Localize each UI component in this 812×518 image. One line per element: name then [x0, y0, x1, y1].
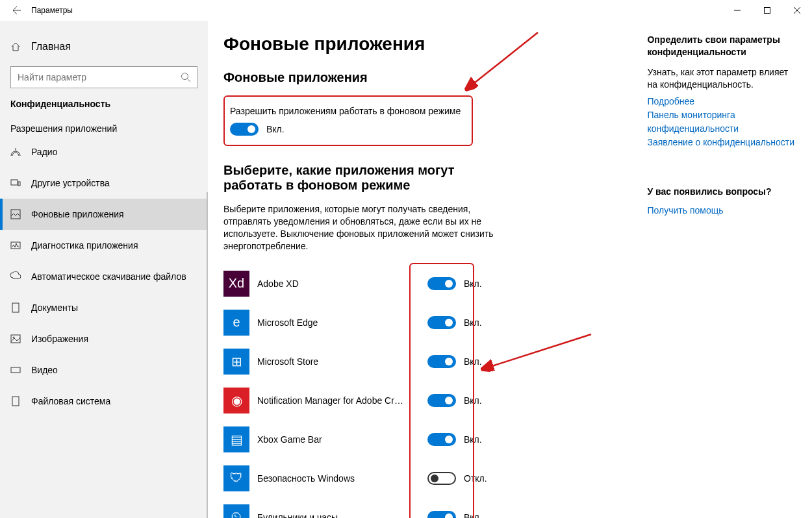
- app-toggle-state: Вкл.: [464, 317, 482, 328]
- svg-rect-6: [12, 303, 19, 312]
- devices-icon: [10, 178, 21, 188]
- app-icon: e: [223, 310, 249, 336]
- sidebar-item-file[interactable]: Файловая система: [0, 386, 208, 417]
- section-heading-2: Выберите, какие приложения могут работат…: [223, 163, 509, 193]
- page-title: Фоновые приложения: [223, 34, 615, 55]
- svg-line-11: [468, 32, 538, 88]
- radio-icon: [10, 147, 21, 157]
- app-name: Microsoft Store: [257, 356, 407, 367]
- svg-rect-2: [11, 180, 18, 185]
- scrollbar[interactable]: [207, 192, 208, 518]
- sidebar: Главная Конфиденциальность Разрешения пр…: [0, 21, 208, 518]
- sidebar-item-image[interactable]: Изображения: [0, 323, 208, 354]
- sidebar-item-label: Фоновые приложения: [31, 209, 124, 219]
- side-link-more[interactable]: Подробнее: [647, 95, 796, 108]
- download-icon: [10, 271, 21, 282]
- master-toggle-state: Вкл.: [266, 124, 285, 134]
- content: Фоновые приложения Фоновые приложения Ра…: [208, 21, 812, 518]
- sidebar-section: Конфиденциальность: [0, 99, 208, 109]
- app-list: XdAdobe XDВкл.eMicrosoft EdgeВкл.⊞Micros…: [223, 264, 615, 518]
- svg-point-1: [182, 73, 188, 80]
- app-toggle[interactable]: [427, 394, 456, 407]
- master-toggle-label: Разрешить приложениям работать в фоновом…: [230, 106, 466, 116]
- app-icon: Xd: [223, 271, 249, 297]
- minimize-button[interactable]: [722, 0, 752, 21]
- background-icon: [10, 209, 21, 219]
- document-icon: [10, 302, 21, 313]
- app-toggle-state: Вкл.: [464, 512, 482, 518]
- sidebar-item-label: Другие устройства: [31, 178, 110, 188]
- app-icon: 🛡: [223, 465, 249, 491]
- main-panel: Фоновые приложения Фоновые приложения Ра…: [223, 34, 615, 505]
- svg-line-12: [484, 334, 591, 369]
- svg-rect-4: [11, 210, 20, 219]
- app-toggle[interactable]: [427, 433, 456, 446]
- app-row: 🛡Безопасность WindowsОткл.: [223, 459, 615, 498]
- app-name: Будильники и часы: [257, 512, 407, 518]
- sidebar-item-label: Автоматическое скачивание файлов: [31, 271, 186, 282]
- search-box[interactable]: [10, 66, 197, 88]
- maximize-button[interactable]: [752, 0, 782, 21]
- video-icon: [10, 365, 21, 375]
- app-icon: ◉: [223, 388, 249, 413]
- app-toggle-state: Откл.: [464, 473, 487, 484]
- minimize-icon: [734, 7, 741, 14]
- app-row: ◉Notification Manager for Adobe Cre…Вкл.: [223, 381, 615, 420]
- annotation-arrow-1: [461, 30, 546, 95]
- sidebar-item-diagnostics[interactable]: Диагностика приложения: [0, 230, 208, 261]
- svg-rect-9: [11, 367, 20, 373]
- sidebar-item-download[interactable]: Автоматическое скачивание файлов: [0, 261, 208, 292]
- close-icon: [794, 7, 800, 14]
- sidebar-item-video[interactable]: Видео: [0, 354, 208, 386]
- app-icon: ▤: [223, 426, 249, 452]
- app-icon: ⏲: [223, 504, 249, 518]
- maximize-icon: [764, 7, 770, 14]
- app-name: Notification Manager for Adobe Cre…: [257, 395, 407, 406]
- side-panel: Определить свои параметры конфиденциальн…: [647, 34, 796, 505]
- home-icon: [10, 42, 21, 52]
- back-button[interactable]: [0, 5, 31, 16]
- master-toggle[interactable]: [230, 123, 259, 136]
- sidebar-item-devices[interactable]: Другие устройства: [0, 167, 208, 199]
- search-input[interactable]: [10, 66, 197, 88]
- app-toggle-state: Вкл.: [464, 434, 482, 445]
- app-toggle[interactable]: [427, 316, 456, 329]
- app-row: XdAdobe XDВкл.: [223, 264, 615, 303]
- arrow-left-icon: [10, 5, 21, 16]
- sidebar-item-radio[interactable]: Радио: [0, 136, 208, 167]
- sidebar-item-label: Файловая система: [31, 396, 110, 406]
- file-icon: [10, 396, 21, 406]
- window-title: Параметры: [31, 6, 722, 15]
- sidebar-item-label: Изображения: [31, 334, 88, 344]
- master-toggle-group: Разрешить приложениям работать в фоновом…: [223, 95, 473, 146]
- sidebar-item-background[interactable]: Фоновые приложения: [0, 199, 208, 230]
- sidebar-item-label: Видео: [31, 365, 58, 375]
- sidebar-item-label: Диагностика приложения: [31, 240, 138, 251]
- sidebar-item-label: Документы: [31, 302, 78, 313]
- svg-rect-3: [18, 182, 20, 186]
- svg-rect-0: [765, 8, 770, 14]
- app-toggle[interactable]: [427, 511, 456, 518]
- app-toggle[interactable]: [427, 277, 456, 290]
- side-link-statement[interactable]: Заявление о конфиденциальности: [647, 136, 796, 149]
- diagnostics-icon: [10, 240, 21, 251]
- app-toggle[interactable]: [427, 355, 456, 368]
- app-name: Xbox Game Bar: [257, 434, 407, 445]
- image-icon: [10, 334, 21, 344]
- sidebar-nav: РадиоДругие устройстваФоновые приложения…: [0, 136, 208, 417]
- side-link-dashboard[interactable]: Панель мониторинга конфиденциальности: [647, 108, 796, 136]
- sidebar-home-label: Главная: [31, 41, 71, 53]
- app-toggle-state: Вкл.: [464, 278, 482, 289]
- sidebar-home[interactable]: Главная: [0, 34, 208, 60]
- side-questions-heading: У вас появились вопросы?: [647, 186, 796, 198]
- app-name: Adobe XD: [257, 278, 407, 289]
- side-heading: Определить свои параметры конфиденциальн…: [647, 34, 796, 58]
- side-link-help[interactable]: Получить помощь: [647, 204, 796, 217]
- sidebar-subsection: Разрешения приложений: [0, 123, 208, 134]
- section-heading-1: Фоновые приложения: [223, 70, 615, 85]
- annotation-arrow-2: [477, 331, 594, 376]
- sidebar-item-document[interactable]: Документы: [0, 292, 208, 323]
- close-button[interactable]: [782, 0, 812, 21]
- app-toggle[interactable]: [427, 472, 456, 485]
- search-icon: [181, 72, 191, 82]
